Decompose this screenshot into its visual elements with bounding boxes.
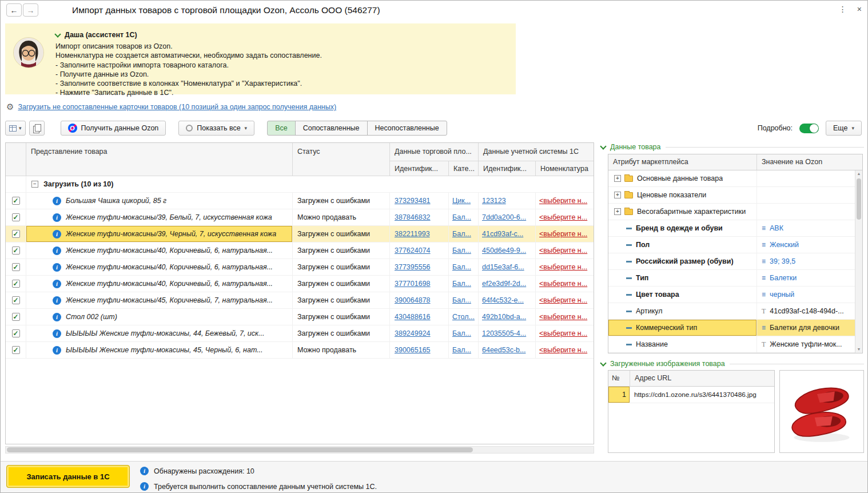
category-link[interactable]: Бал...: [452, 346, 471, 354]
row-checkbox[interactable]: ✓: [12, 263, 20, 271]
header-product[interactable]: Представление товара: [26, 143, 293, 176]
header-attribute[interactable]: Атрибут маркетплейса: [608, 154, 757, 170]
attribute-row[interactable]: +Ценовые показатели: [608, 187, 862, 204]
info-icon[interactable]: i: [53, 263, 61, 272]
marketplace-id-link[interactable]: 430488616: [395, 313, 431, 321]
header-value[interactable]: Значение на Ozon: [757, 154, 862, 170]
accounting-id-link[interactable]: 41cd93af-c...: [482, 230, 523, 238]
attribute-row[interactable]: Цвет товара≡черный: [608, 287, 862, 303]
menu-icon[interactable]: ⋮: [839, 5, 847, 14]
table-row[interactable]: ✓iЖенские туфли-мокасины/39, Черный, 7, …: [6, 226, 594, 242]
product-cell[interactable]: iЖенские туфли-мокасины/40, Коричневый, …: [26, 259, 293, 276]
table-row[interactable]: ✓iЖенские туфли-мокасины/39, Белый, 7, и…: [6, 209, 594, 226]
table-row[interactable]: ✓iЫЫЫЫЫ Женские туфли-мокасины, 45, Черн…: [6, 342, 594, 359]
forward-button[interactable]: →: [23, 3, 38, 17]
row-checkbox[interactable]: ✓: [12, 329, 20, 337]
info-icon[interactable]: i: [53, 280, 61, 288]
category-link[interactable]: Бал...: [452, 296, 471, 304]
filter-tab[interactable]: Несопоставленные: [367, 121, 447, 136]
assistant-collapse-icon[interactable]: [54, 31, 61, 37]
accounting-id-link[interactable]: 7dd0a200-6...: [482, 213, 526, 221]
detail-toggle[interactable]: [799, 124, 819, 133]
back-button[interactable]: ←: [6, 3, 22, 17]
info-icon[interactable]: i: [53, 346, 61, 355]
expand-icon[interactable]: +: [614, 192, 621, 198]
product-cell[interactable]: iЖенские туфли-мокасины/45, Коричневый, …: [26, 292, 293, 309]
expand-icon[interactable]: +: [614, 175, 621, 182]
filter-tab[interactable]: Все: [267, 121, 296, 136]
attribute-row[interactable]: Пол≡Женский: [608, 237, 862, 253]
accounting-id-link[interactable]: dd15e3af-6...: [482, 263, 524, 271]
nomenclature-select-link[interactable]: <выберите н...: [539, 197, 587, 205]
accounting-id-link[interactable]: 123123: [482, 197, 506, 205]
attribute-row[interactable]: Российский размер (обуви)≡39; 39,5: [608, 253, 862, 270]
attribute-value[interactable]: АВК: [770, 224, 783, 232]
table-row[interactable]: ✓iЖенские туфли-мокасины/45, Коричневый,…: [6, 292, 594, 309]
info-icon[interactable]: i: [53, 313, 61, 321]
row-checkbox[interactable]: ✓: [12, 346, 20, 354]
section-collapse-icon[interactable]: [600, 143, 606, 149]
nomenclature-select-link[interactable]: <выберите н...: [539, 263, 587, 271]
vertical-scrollbar[interactable]: ▲ ▼: [855, 170, 862, 353]
marketplace-id-link[interactable]: 389249924: [395, 329, 431, 337]
product-cell[interactable]: iЫЫЫЫЫ Женские туфли-мокасины, 44, Бежев…: [26, 325, 293, 342]
accounting-id-link[interactable]: ef2e3d9f-2d...: [482, 280, 526, 288]
accounting-id-link[interactable]: 450d6e49-9...: [482, 247, 526, 255]
write-data-button[interactable]: Записать данные в 1С: [6, 465, 130, 488]
expand-icon[interactable]: +: [614, 208, 621, 215]
nomenclature-select-link[interactable]: <выберите н...: [539, 296, 587, 304]
nomenclature-select-link[interactable]: <выберите н...: [539, 313, 587, 321]
marketplace-id-link[interactable]: 377624074: [395, 247, 431, 255]
info-icon[interactable]: i: [53, 213, 61, 222]
collapse-icon[interactable]: −: [31, 181, 38, 188]
category-link[interactable]: Бал...: [452, 329, 471, 337]
group-row[interactable]: − Загрузить (10 из 10): [6, 176, 594, 193]
product-cell[interactable]: iЖенские туфли-мокасины/40, Коричневый, …: [26, 276, 293, 292]
horizontal-scrollbar[interactable]: [5, 446, 594, 454]
image-row[interactable]: 1https://cdn1.ozone.ru/s3/6441370486.jpg: [608, 387, 774, 403]
info-icon[interactable]: i: [53, 329, 61, 338]
attribute-row[interactable]: +Основные данные товара: [608, 170, 862, 187]
info-icon[interactable]: i: [53, 296, 61, 305]
attribute-row[interactable]: Тип≡Балетки: [608, 270, 862, 287]
row-checkbox[interactable]: ✓: [12, 296, 20, 304]
marketplace-id-link[interactable]: 377395556: [395, 263, 431, 271]
filter-tab[interactable]: Сопоставленные: [295, 121, 368, 136]
header-number[interactable]: №: [608, 371, 630, 386]
attribute-row[interactable]: Коммерческий тип≡Балетки для девочки: [608, 320, 862, 336]
attribute-row[interactable]: +Весогабаритные характеристики: [608, 204, 862, 220]
save-settings-button[interactable]: ▾: [5, 121, 26, 136]
info-icon[interactable]: i: [53, 230, 61, 238]
scrollbar-thumb[interactable]: [7, 447, 473, 452]
header-marketplace-id[interactable]: Идентифик...: [390, 161, 449, 176]
category-link[interactable]: Бал...: [452, 263, 471, 271]
table-row[interactable]: ✓iЫЫЫЫЫ Женские туфли-мокасины, 44, Беже…: [6, 325, 594, 342]
row-checkbox[interactable]: ✓: [12, 230, 20, 238]
scrollbar-thumb[interactable]: [857, 178, 861, 220]
table-row[interactable]: ✓iЖенские туфли-мокасины/40, Коричневый,…: [6, 242, 594, 259]
product-cell[interactable]: iЖенские туфли-мокасины/39, Черный, 7, и…: [26, 226, 293, 242]
marketplace-id-link[interactable]: 390064878: [395, 296, 431, 304]
scroll-down-icon[interactable]: ▼: [855, 346, 862, 353]
section-collapse-icon[interactable]: [600, 360, 606, 366]
row-checkbox[interactable]: ✓: [12, 280, 20, 288]
nomenclature-select-link[interactable]: <выберите н...: [539, 329, 587, 337]
attribute-row[interactable]: НазваниеТЖенские туфли-мок...: [608, 336, 862, 353]
copy-button[interactable]: [29, 121, 45, 136]
category-link[interactable]: Стол...: [452, 313, 475, 321]
marketplace-id-link[interactable]: 382211993: [395, 230, 430, 238]
info-icon[interactable]: i: [53, 247, 61, 255]
header-accounting-id[interactable]: Идентифик...: [479, 161, 536, 176]
category-link[interactable]: Цик...: [452, 197, 471, 205]
accounting-id-link[interactable]: 64eed53c-b...: [482, 346, 525, 354]
attribute-row[interactable]: АртикулТ41cd93af-c148-494d-...: [608, 303, 862, 320]
gear-icon[interactable]: ⚙: [6, 102, 14, 112]
category-link[interactable]: Бал...: [452, 213, 471, 221]
product-cell[interactable]: iЫЫЫЫЫ Женские туфли-мокасины, 45, Черны…: [26, 342, 293, 359]
attribute-value[interactable]: Женский: [770, 241, 799, 249]
marketplace-id-link[interactable]: 373293481: [395, 197, 431, 205]
table-row[interactable]: ✓iСтол 002 (шт)Загружен с ошибками430488…: [6, 309, 594, 325]
marketplace-id-link[interactable]: 377701698: [395, 280, 431, 288]
nomenclature-select-link[interactable]: <выберите н...: [539, 346, 587, 354]
attribute-row[interactable]: Бренд в одежде и обуви≡АВК: [608, 220, 862, 237]
